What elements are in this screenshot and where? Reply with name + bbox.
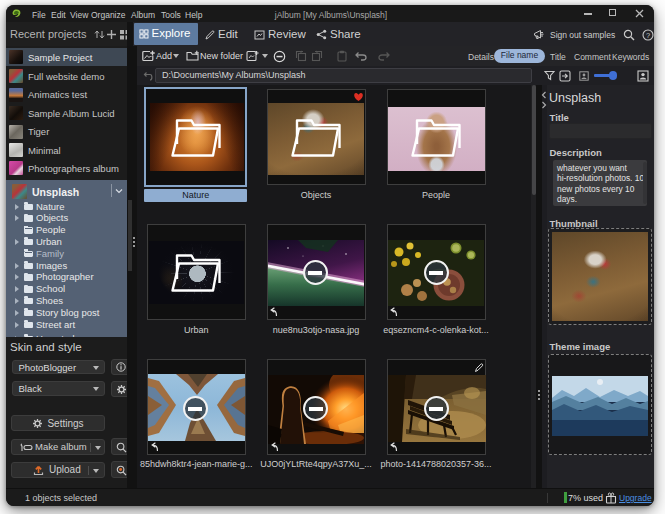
svg-text:?: ?: [646, 30, 650, 39]
